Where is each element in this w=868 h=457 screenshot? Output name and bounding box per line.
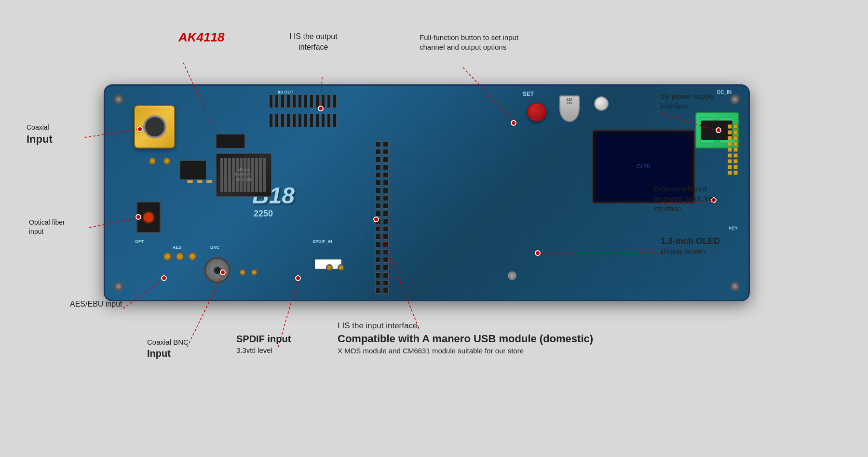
ak4118-label: AK4118 [178, 29, 224, 46]
iis-out-header [269, 94, 337, 108]
opt-silk: OPT [135, 239, 144, 244]
pcb-board: IIS OUT B18 2250 SET 22016V [104, 84, 750, 301]
infrared-annotation: External infrared receiving head, key in… [653, 184, 716, 214]
screw [508, 271, 516, 280]
bnc-connector [204, 257, 231, 283]
key-silk: KEY [729, 226, 738, 230]
dot-power [716, 127, 721, 133]
dot-aes [161, 275, 167, 281]
dot-iis-input [373, 216, 379, 222]
dot-iis-out [318, 106, 324, 111]
dc-in-silk: DC_IN [717, 90, 732, 95]
dot-coaxial [137, 126, 143, 132]
iis-input-annotation: I IS the input interface, Compatible wit… [338, 321, 593, 356]
bnc-annotation: Coaxial BNC Input [147, 337, 189, 360]
iis-out-silk: IIS OUT [278, 90, 294, 94]
bnc-silk: BNC [210, 245, 220, 250]
component-r2 [197, 180, 203, 183]
power-supply-annotation: 5V power supply interface [661, 92, 714, 111]
component-r1 [187, 180, 193, 183]
bnc-pads [239, 269, 258, 276]
small-ic [180, 161, 206, 180]
aes-silk: AES [173, 245, 182, 250]
ak4118-chip [216, 134, 245, 148]
main-chip: nPulsePE6912NI2241-M3 [216, 153, 271, 197]
power-connector [594, 96, 609, 111]
optical-annotation: Optical fiber input [29, 218, 65, 236]
set-silk: SET [523, 91, 534, 97]
mount-hole-tl [114, 94, 123, 104]
dot-spdif [295, 275, 301, 281]
ir-header [728, 124, 738, 175]
oled-annotation: 1.3-inch OLED Display screen [661, 235, 720, 256]
spdif-annotation: SPDIF input 3.3vttl level [236, 333, 291, 355]
iis-out-header-row2 [269, 114, 337, 127]
dot-optical [136, 214, 141, 220]
capacitor: 22016V [559, 95, 580, 122]
mount-hole-br [730, 282, 740, 291]
dot-bnc [220, 269, 226, 275]
dot-oled [535, 250, 541, 256]
dot-set-button [511, 120, 516, 126]
spdif-pads [326, 264, 344, 271]
set-button[interactable] [528, 103, 546, 121]
aes-annotation: AES/EBU input [70, 299, 122, 309]
iis-output-annotation: I IS the output interface [289, 31, 338, 52]
mount-hole-bl [114, 282, 123, 291]
component-r3 [206, 180, 212, 183]
mount-hole-tr [730, 94, 740, 104]
aes-pads [163, 252, 197, 261]
board-subtitle: 2250 [254, 209, 273, 219]
rca-pads [149, 157, 171, 165]
coaxial-annotation: Coaxial Input [27, 123, 53, 147]
spdif-silk: SPDIF_IN [312, 239, 332, 244]
full-function-annotation: Full-function button to set input channe… [420, 33, 518, 53]
